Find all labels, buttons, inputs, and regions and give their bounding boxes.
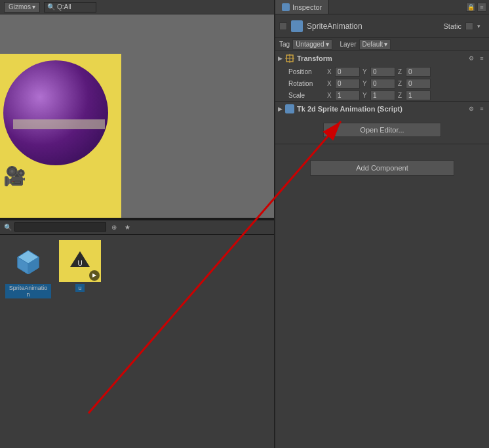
scene-panel: Gizmos ▾ 🔍 Q:All 🎥 roid 🔍 ⊕ ★ xyxy=(0,0,274,448)
rotation-y-value[interactable]: 0 xyxy=(370,79,395,89)
asset-thumbnail-cube xyxy=(7,240,49,282)
rotation-label: Rotation xyxy=(288,80,324,87)
inspector-panel: Inspector 🔒 ≡ SpriteAnimation Static ▾ T… xyxy=(274,0,489,448)
script-component: ▶ Tk 2d Sprite Animation (Script) ⚙ ≡ Op… xyxy=(275,102,489,144)
position-row: Position X 0 Y 0 Z 0 xyxy=(275,66,489,77)
asset-filter-button[interactable]: ⊕ xyxy=(109,222,119,232)
rotation-x-value[interactable]: 0 xyxy=(335,79,360,89)
transform-svg-icon xyxy=(285,54,294,63)
transform-icon xyxy=(285,54,294,63)
script-collapse-icon: ▶ xyxy=(278,106,283,112)
search-icon: 🔍 xyxy=(47,3,55,10)
transform-menu-button[interactable]: ≡ xyxy=(477,54,486,63)
object-name[interactable]: SpriteAnimation xyxy=(307,22,439,31)
scene-toolbar: Gizmos ▾ 🔍 Q:All xyxy=(0,0,274,14)
asset-thumbnail-unity: U ▶ xyxy=(59,240,101,282)
layer-dropdown[interactable]: Default ▾ xyxy=(359,39,391,50)
position-x-value[interactable]: 0 xyxy=(335,67,360,77)
open-editor-container: Open Editor... xyxy=(275,116,489,144)
open-editor-label: Open Editor... xyxy=(360,126,404,134)
tag-label: Tag xyxy=(279,41,290,48)
position-x-label: X xyxy=(327,68,332,75)
rotation-x-label: X xyxy=(327,80,332,87)
rotation-z-value[interactable]: 0 xyxy=(406,79,431,89)
tag-arrow-icon: ▾ xyxy=(326,41,329,48)
script-header[interactable]: ▶ Tk 2d Sprite Animation (Script) ⚙ ≡ xyxy=(275,102,489,116)
transform-settings-button[interactable]: ⚙ xyxy=(467,54,476,63)
open-editor-button[interactable]: Open Editor... xyxy=(323,123,441,137)
gizmos-label: Gizmos xyxy=(9,3,31,10)
asset-search-input[interactable] xyxy=(14,222,106,232)
transform-component: ▶ Transform ⚙ ≡ Position X 0 Y 0 xyxy=(275,51,489,102)
add-component-button[interactable]: Add Component xyxy=(310,160,454,176)
layer-arrow-icon: ▾ xyxy=(384,41,387,48)
search-icon-small: 🔍 xyxy=(4,224,12,231)
lock-button[interactable]: 🔒 xyxy=(466,3,475,12)
script-buttons: ⚙ ≡ xyxy=(467,104,486,113)
circle-stripe xyxy=(13,119,105,129)
scale-x-label: X xyxy=(327,92,332,99)
tab-inspector[interactable]: Inspector xyxy=(275,0,329,14)
tag-value: Untagged xyxy=(296,41,324,48)
static-dropdown-arrow[interactable]: ▾ xyxy=(477,23,485,30)
script-menu-button[interactable]: ≡ xyxy=(477,104,486,113)
tag-dropdown[interactable]: Untagged ▾ xyxy=(292,39,332,50)
script-title: Tk 2d Sprite Animation (Script) xyxy=(297,105,464,113)
static-label: Static xyxy=(443,22,461,30)
add-component-label: Add Component xyxy=(356,164,408,172)
scale-row: Scale X 1 Y 1 Z 1 xyxy=(275,89,489,101)
object-active-checkbox[interactable] xyxy=(279,22,287,30)
scene-viewport[interactable]: 🎥 roid xyxy=(0,14,274,218)
scale-x-value[interactable]: 1 xyxy=(335,91,360,100)
object-icon xyxy=(291,20,303,32)
position-xyz: X 0 Y 0 Z 0 xyxy=(327,67,484,77)
transform-title: Transform xyxy=(297,54,464,62)
svg-text:U: U xyxy=(77,260,82,267)
add-component-container: Add Component xyxy=(275,144,489,192)
play-overlay-icon: ▶ xyxy=(89,270,100,281)
static-checkbox[interactable] xyxy=(465,22,473,30)
asset-name-sprite: SpriteAnimation xyxy=(5,284,51,298)
script-settings-button[interactable]: ⚙ xyxy=(467,104,476,113)
unity-logo-icon: U xyxy=(68,249,92,273)
gizmos-button[interactable]: Gizmos ▾ xyxy=(4,2,40,12)
layer-label: Layer xyxy=(340,41,357,48)
scale-y-value[interactable]: 1 xyxy=(370,91,395,100)
scene-search: 🔍 Q:All xyxy=(44,2,96,12)
scale-y-label: Y xyxy=(362,92,368,99)
rotation-xyz: X 0 Y 0 Z 0 xyxy=(327,79,484,89)
search-all-label: Q:All xyxy=(57,3,71,10)
position-z-value[interactable]: 0 xyxy=(406,67,431,77)
script-icon xyxy=(285,104,294,113)
purple-circle xyxy=(3,60,108,165)
menu-button[interactable]: ≡ xyxy=(477,3,486,12)
asset-favorites-button[interactable]: ★ xyxy=(122,222,132,232)
list-item[interactable]: U ▶ u xyxy=(59,240,101,292)
inspector-tab-icon xyxy=(282,3,290,11)
camera-icon: 🎥 xyxy=(3,165,26,187)
inspector-tab-label: Inspector xyxy=(292,3,322,11)
cube-icon xyxy=(15,248,41,274)
rotation-z-label: Z xyxy=(398,80,403,87)
svg-rect-9 xyxy=(287,106,292,112)
transform-buttons: ⚙ ≡ xyxy=(467,54,486,63)
inspector-tab-bar: Inspector 🔒 ≡ xyxy=(275,0,489,14)
layer-value: Default xyxy=(362,41,383,48)
script-svg-icon xyxy=(286,106,293,112)
asset-toolbar: 🔍 ⊕ ★ xyxy=(0,220,274,235)
object-header: SpriteAnimation Static ▾ xyxy=(275,14,489,38)
position-label: Position xyxy=(288,68,324,75)
gizmos-arrow-icon: ▾ xyxy=(32,3,35,10)
rotation-row: Rotation X 0 Y 0 Z 0 xyxy=(275,77,489,89)
scale-z-value[interactable]: 1 xyxy=(406,91,431,100)
list-item[interactable]: SpriteAnimation xyxy=(5,240,51,298)
scale-label: Scale xyxy=(288,92,324,99)
position-y-value[interactable]: 0 xyxy=(370,67,395,77)
tag-layer-row: Tag Untagged ▾ Layer Default ▾ xyxy=(275,38,489,51)
position-z-label: Z xyxy=(398,68,403,75)
scale-z-label: Z xyxy=(398,92,403,99)
transform-header[interactable]: ▶ Transform ⚙ ≡ xyxy=(275,51,489,66)
asset-name-unity: u xyxy=(75,284,84,292)
scale-xyz: X 1 Y 1 Z 1 xyxy=(327,91,484,100)
position-y-label: Y xyxy=(362,68,368,75)
